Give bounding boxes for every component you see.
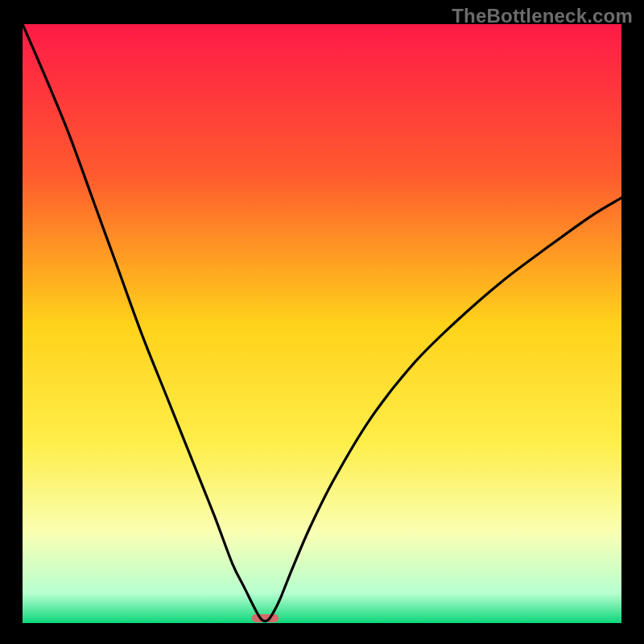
chart-svg [23,24,621,623]
plot-area [23,24,621,623]
chart-root: TheBottleneck.com [0,0,644,644]
chart-background [23,24,621,623]
